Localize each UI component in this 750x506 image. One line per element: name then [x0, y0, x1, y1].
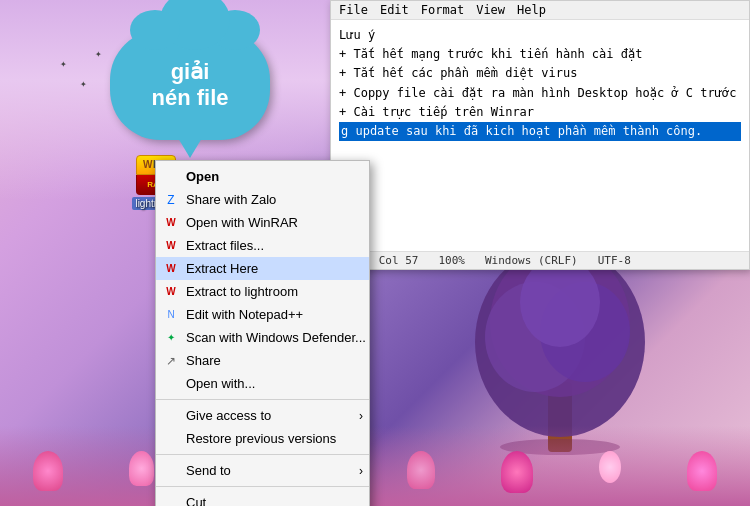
menu-share-label: Share	[186, 353, 221, 368]
notepad-menu-icon: N	[162, 306, 180, 324]
menu-extract-files[interactable]: W Extract files...	[156, 234, 369, 257]
menu-open[interactable]: Open	[156, 165, 369, 188]
menu-edit-notepad-label: Edit with Notepad++	[186, 307, 303, 322]
menu-extract-here[interactable]: W Extract Here	[156, 257, 369, 280]
separator-1	[156, 399, 369, 400]
menu-give-access-label: Give access to	[186, 408, 271, 423]
cloud-line1: giải	[151, 59, 228, 85]
menu-scan-defender-label: Scan with Windows Defender...	[186, 330, 366, 345]
menu-edit[interactable]: Edit	[380, 3, 409, 17]
extract-to-icon: W	[162, 283, 180, 301]
separator-2	[156, 454, 369, 455]
notepad-window: File Edit Format View Help Lưu ý + Tắt h…	[330, 0, 750, 270]
cloud-line2: nén file	[151, 85, 228, 111]
notepad-line-6: + Cài trực tiếp trên Winrar	[339, 103, 741, 122]
menu-give-access[interactable]: Give access to ›	[156, 404, 369, 427]
notepad-line-4: + Coppy file cài đặt ra màn hình Desktop…	[339, 84, 741, 103]
menu-extract-files-label: Extract files...	[186, 238, 264, 253]
menu-share-zalo[interactable]: Z Share with Zalo	[156, 188, 369, 211]
notepad-menubar[interactable]: File Edit Format View Help	[331, 1, 749, 20]
menu-extract-here-label: Extract Here	[186, 261, 258, 276]
menu-send-to[interactable]: Send to ›	[156, 459, 369, 482]
bird-1: ✦	[60, 60, 67, 69]
extract-files-icon: W	[162, 237, 180, 255]
menu-open-winrar[interactable]: W Open with WinRAR	[156, 211, 369, 234]
extract-here-icon: W	[162, 260, 180, 278]
menu-extract-to-label: Extract to lightroom	[186, 284, 298, 299]
winrar-menu-icon: W	[162, 214, 180, 232]
menu-share[interactable]: ↗ Share	[156, 349, 369, 372]
notepad-line-1: Lưu ý	[339, 26, 741, 45]
menu-extract-to[interactable]: W Extract to lightroom	[156, 280, 369, 303]
menu-edit-notepad[interactable]: N Edit with Notepad++	[156, 303, 369, 326]
notepad-statusbar: Ln 7, Col 57 100% Windows (CRLF) UTF-8	[331, 251, 749, 269]
notepad-line-highlighted: g update sau khi đã kich hoạt phần mềm t…	[339, 122, 741, 141]
menu-open-with-label: Open with...	[186, 376, 255, 391]
context-menu: Open Z Share with Zalo W Open with WinRA…	[155, 160, 370, 506]
menu-share-zalo-label: Share with Zalo	[186, 192, 276, 207]
cloud-speech-bubble: giải nén file	[110, 30, 270, 140]
separator-3	[156, 486, 369, 487]
menu-scan-defender[interactable]: ✦ Scan with Windows Defender...	[156, 326, 369, 349]
menu-restore-versions-label: Restore previous versions	[186, 431, 336, 446]
arrow-give-access: ›	[359, 409, 363, 423]
menu-send-to-label: Send to	[186, 463, 231, 478]
share-icon: ↗	[162, 352, 180, 370]
status-line-ending: Windows (CRLF)	[485, 254, 578, 267]
menu-help[interactable]: Help	[517, 3, 546, 17]
menu-open-label: Open	[186, 169, 219, 184]
zalo-icon: Z	[162, 191, 180, 209]
menu-open-winrar-label: Open with WinRAR	[186, 215, 298, 230]
bird-2: ✦	[80, 80, 87, 89]
notepad-line-2: + Tắt hết mạng trước khi tiến hành cài đ…	[339, 45, 741, 64]
menu-cut[interactable]: Cut	[156, 491, 369, 506]
status-encoding: UTF-8	[598, 254, 631, 267]
notepad-content: Lưu ý + Tắt hết mạng trước khi tiến hành…	[331, 20, 749, 147]
flower-row	[0, 451, 750, 496]
bird-3: ✦	[95, 50, 102, 59]
menu-format[interactable]: Format	[421, 3, 464, 17]
svg-point-5	[520, 257, 600, 347]
menu-view[interactable]: View	[476, 3, 505, 17]
defender-icon: ✦	[162, 329, 180, 347]
notepad-line-3: + Tắt hết các phần mềm diệt virus	[339, 64, 741, 83]
menu-cut-label: Cut	[186, 495, 206, 506]
menu-open-with[interactable]: Open with...	[156, 372, 369, 395]
status-zoom: 100%	[438, 254, 465, 267]
menu-file[interactable]: File	[339, 3, 368, 17]
menu-restore-versions[interactable]: Restore previous versions	[156, 427, 369, 450]
arrow-send-to: ›	[359, 464, 363, 478]
